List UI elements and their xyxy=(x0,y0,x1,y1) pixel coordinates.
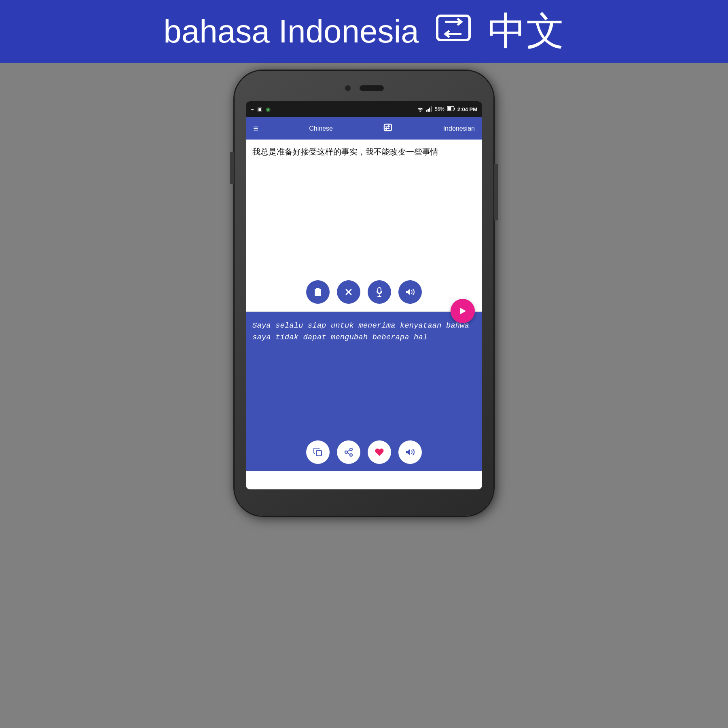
svg-rect-4 xyxy=(431,106,432,112)
svg-rect-7 xyxy=(447,107,451,110)
top-banner: bahasa Indonesia 中文 xyxy=(0,0,728,63)
speaker-output-button[interactable] xyxy=(398,440,422,464)
output-actions xyxy=(246,433,482,471)
clear-button[interactable] xyxy=(337,280,360,304)
svg-marker-9 xyxy=(460,308,466,314)
source-language[interactable]: Chinese xyxy=(309,125,333,132)
favorite-button[interactable] xyxy=(368,440,391,464)
output-area: Saya selalu siap untuk menerima kenyataa… xyxy=(246,312,482,433)
clipboard-button[interactable] xyxy=(306,280,330,304)
battery-icon xyxy=(447,106,455,112)
input-area[interactable]: 我总是准备好接受这样的事实，我不能改变一些事情 xyxy=(246,140,482,273)
signal-icon xyxy=(426,106,432,113)
svg-point-11 xyxy=(350,448,352,451)
svg-point-13 xyxy=(350,454,352,456)
phone-wrapper: ⌁ ▣ ◉ 56% xyxy=(235,63,493,694)
time-display: 2:04 PM xyxy=(457,106,477,112)
status-bar: ⌁ ▣ ◉ 56% xyxy=(246,101,482,117)
svg-rect-0 xyxy=(437,16,470,40)
banner-lang-right[interactable]: 中文 xyxy=(488,6,565,57)
banner-lang-left[interactable]: bahasa Indonesia xyxy=(163,13,419,50)
phone-top-bar xyxy=(324,79,404,97)
phone-shell: ⌁ ▣ ◉ 56% xyxy=(235,71,493,516)
input-actions xyxy=(246,273,482,311)
status-right: 56% 2:04 PM xyxy=(417,106,477,113)
share-button[interactable] xyxy=(337,440,360,464)
circle-icon: ◉ xyxy=(266,106,271,112)
input-text[interactable]: 我总是准备好接受这样的事实，我不能改变一些事情 xyxy=(252,146,476,157)
app-header: ≡ Chinese Indonesian xyxy=(246,117,482,140)
mic-button[interactable] xyxy=(368,280,391,304)
target-language[interactable]: Indonesian xyxy=(443,125,475,132)
speaker-slot xyxy=(360,85,384,91)
copy-output-button[interactable] xyxy=(306,440,330,464)
svg-rect-1 xyxy=(426,110,427,112)
svg-rect-10 xyxy=(316,451,322,456)
phone-screen: ⌁ ▣ ◉ 56% xyxy=(246,101,482,489)
svg-rect-6 xyxy=(454,108,455,110)
svg-rect-3 xyxy=(429,108,430,112)
screen-icon: ▣ xyxy=(257,106,262,112)
usb-icon: ⌁ xyxy=(251,106,254,112)
output-text: Saya selalu siap untuk menerima kenyataa… xyxy=(252,320,476,343)
translate-button[interactable] xyxy=(451,299,475,323)
battery-text: 56% xyxy=(435,106,444,112)
speaker-input-button[interactable] xyxy=(398,280,422,304)
banner-swap-icon[interactable] xyxy=(435,14,472,49)
header-swap-icon[interactable] xyxy=(383,123,392,133)
svg-rect-8 xyxy=(384,124,392,131)
wifi-icon xyxy=(417,106,423,113)
hamburger-menu[interactable]: ≡ xyxy=(253,123,258,134)
svg-rect-2 xyxy=(427,109,429,112)
svg-point-12 xyxy=(345,451,347,453)
status-icons-left: ⌁ ▣ ◉ xyxy=(251,106,271,112)
camera-dot xyxy=(344,85,351,92)
